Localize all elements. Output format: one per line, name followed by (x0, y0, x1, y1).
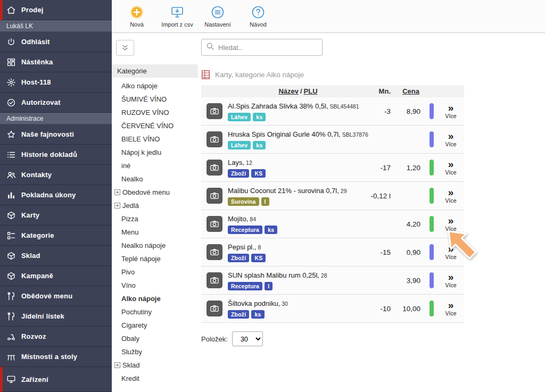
camera-icon[interactable] (207, 131, 222, 147)
sidebar-item-rozvoz[interactable]: Rozvoz (0, 327, 112, 347)
more-button[interactable]: » Více (437, 216, 464, 232)
sort-name-link[interactable]: Název (278, 87, 299, 95)
category-item-nealko[interactable]: Nealko (112, 172, 198, 186)
more-button[interactable]: » Více (437, 160, 464, 176)
more-button[interactable]: » Více (437, 301, 464, 316)
category-item-vino[interactable]: Víno (112, 279, 198, 292)
card-plu: 29 (341, 188, 347, 194)
camera-icon[interactable] (207, 160, 222, 176)
app-window: Prodej Lukáš LK Odhlásit Nástěnka Host-1… (0, 0, 545, 392)
category-item-pochutiny[interactable]: Pochutiny (112, 305, 198, 319)
collapse-button[interactable] (116, 40, 134, 56)
category-item-napoj-k-jedlu[interactable]: Nápoj k jedlu (112, 146, 198, 159)
card-plu: 84 (250, 216, 256, 222)
camera-icon[interactable] (207, 301, 222, 316)
box-icon (6, 251, 16, 261)
price-value: 8,90 (394, 107, 426, 115)
chevrons-right-icon: » (437, 188, 464, 197)
camera-icon[interactable] (207, 216, 222, 232)
category-item-ine[interactable]: iné (112, 159, 198, 172)
question-circle-icon (251, 5, 265, 19)
list-icon (6, 150, 16, 160)
category-item-sklad[interactable]: + Sklad (112, 358, 198, 372)
sidebar-item-sklad[interactable]: Sklad (0, 246, 112, 266)
monitor-icon (6, 374, 16, 384)
category-item-kredit[interactable]: Kredit (112, 372, 198, 385)
camera-icon[interactable] (207, 244, 222, 260)
card-name: Šiltovka podniku, (228, 299, 280, 307)
category-item-alko-napoje[interactable]: Alko nápoje (112, 79, 198, 93)
more-button[interactable]: » Více (437, 104, 464, 119)
sidebar-item-kategorie[interactable]: Kategorie (0, 226, 112, 246)
price-value: 3,90 (394, 277, 426, 285)
category-panel: Kategórie Alko nápoje ŠUMIVÉ VÍNO RUZOVE… (112, 34, 198, 392)
bar-chart-icon (6, 190, 16, 200)
toolbar-button-nastaveni[interactable]: Nastavení (200, 5, 235, 28)
sidebar-item-prodej[interactable]: Prodej (0, 0, 112, 20)
price-value: 1,20 (394, 164, 426, 172)
sort-price-link[interactable]: Cena (394, 87, 426, 95)
sidebar-item-kontakty[interactable]: Kontakty (0, 165, 112, 185)
table-row: Pepsi pl.,8 ZbožíKS -15 0,90 » Více (201, 238, 464, 266)
category-item-obaly[interactable]: Obaly (112, 332, 198, 345)
sidebar-item-zarizeni[interactable]: Zařízení (0, 367, 112, 392)
chevrons-right-icon: » (437, 160, 464, 169)
category-item-obedove-menu[interactable]: + Obedové menu (112, 186, 198, 199)
sidebar-item-odhlasit[interactable]: Odhlásit (0, 32, 112, 52)
badge-ks: ks (265, 226, 277, 234)
card-badges: Zbožíks (228, 310, 368, 319)
card-plu: SBL37876 (342, 131, 368, 138)
chevrons-right-icon: » (437, 132, 464, 140)
more-button[interactable]: » Více (437, 245, 464, 260)
category-item-sumive-vino[interactable]: ŠUMIVÉ VÍNO (112, 93, 198, 106)
category-item-alko-napoje[interactable]: Alko nápoje (112, 292, 198, 305)
card-plu: 12 (246, 160, 252, 166)
cards-table: Název/PLU Mn. Cena Al.Spis Zahrada Slivk… (201, 85, 464, 323)
expand-icon[interactable]: + (114, 362, 120, 368)
items-per-page-select[interactable]: 30 (232, 331, 263, 346)
sidebar-item-kampane[interactable]: Kampaně (0, 266, 112, 286)
camera-icon[interactable] (207, 188, 222, 204)
more-button[interactable]: » Více (437, 188, 464, 204)
sidebar-item-obedove-menu[interactable]: Obědové menu (0, 286, 112, 306)
search-input[interactable] (218, 44, 318, 52)
category-item-teple-napoje[interactable]: Teplé nápoje (112, 252, 198, 265)
sidebar-item-historie-dokladu[interactable]: Historie dokladů (0, 145, 112, 165)
card-badges: Recepturaks (228, 226, 368, 234)
sidebar-item-autorizovat[interactable]: Autorizovat (0, 93, 112, 113)
category-item-cervene-vino[interactable]: ČERVENÉ VÍNO (112, 119, 198, 132)
card-name: Al.Spis Zahrada Slivka 38% 0,5l, (228, 102, 328, 110)
expand-icon[interactable]: + (114, 189, 120, 195)
price-value: 10,00 (394, 305, 426, 313)
card-badges: Láhevks (228, 141, 368, 149)
more-button[interactable]: » Více (437, 273, 464, 288)
sidebar-item-host-118[interactable]: Host-118 (0, 72, 112, 93)
sidebar-item-karty[interactable]: Karty (0, 205, 112, 226)
expand-icon[interactable]: + (114, 203, 120, 208)
category-item-nealko-napoje[interactable]: Nealko nápoje (112, 239, 198, 252)
sort-plu-link[interactable]: PLU (304, 87, 318, 95)
category-item-pizza[interactable]: Pizza (112, 212, 198, 226)
category-item-menu[interactable]: Menu (112, 226, 198, 239)
toolbar-button-navod[interactable]: Návod (241, 5, 276, 28)
category-item-biele-vino[interactable]: BIELE VÍNO (112, 132, 198, 146)
card-badges: Láhevks (228, 113, 368, 121)
sidebar-item-jidelni-listek[interactable]: Jídelní lístek (0, 306, 112, 327)
category-item-jedla[interactable]: + Jedlá (112, 199, 198, 212)
camera-icon[interactable] (207, 272, 222, 288)
sidebar-item-mistnosti-a-stoly[interactable]: Místnosti a stoly (0, 347, 112, 367)
badge-ks: KS (251, 254, 266, 262)
toolbar-button-nova[interactable]: Nová (119, 5, 154, 28)
sidebar-item-pokladna-ukony[interactable]: Pokladna úkony (0, 185, 112, 205)
badge-zbozi: Zboží (228, 169, 249, 178)
category-item-ruzove-vino[interactable]: RUZOVE VÍNO (112, 106, 198, 119)
card-plu: SBL454481 (330, 103, 359, 110)
toolbar-button-import-z-csv[interactable]: Import z csv (160, 5, 195, 28)
category-item-sluzby[interactable]: Služby (112, 345, 198, 358)
category-item-cigarety[interactable]: Cigarety (112, 319, 198, 332)
camera-icon[interactable] (207, 103, 222, 119)
category-item-pivo[interactable]: Pivo (112, 265, 198, 279)
more-button[interactable]: » Více (437, 132, 464, 147)
sidebar-item-nastenka[interactable]: Nástěnka (0, 52, 112, 72)
sidebar-item-nase-fajnovosti[interactable]: Naše fajnovosti (0, 124, 112, 145)
